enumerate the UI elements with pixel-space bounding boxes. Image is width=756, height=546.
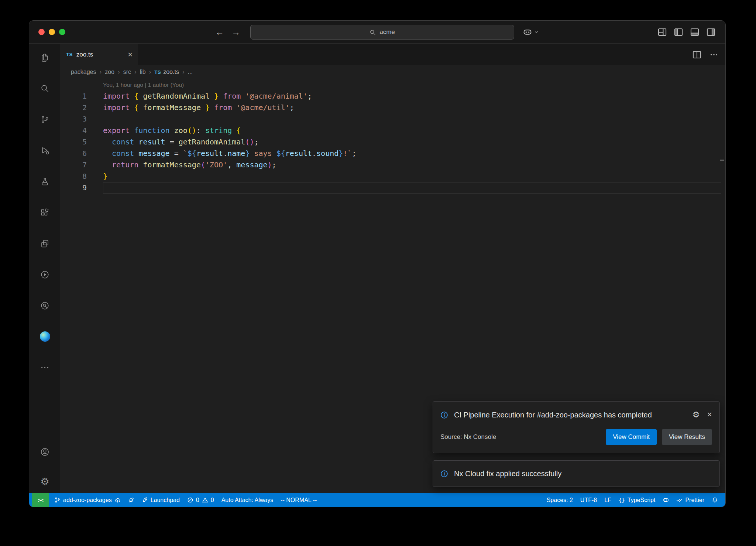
titlebar: ← → acme [29, 21, 725, 44]
line-number: 8 [61, 171, 87, 182]
info-icon [440, 470, 448, 478]
breadcrumb-separator-icon: › [182, 68, 185, 76]
remote-explorer-icon[interactable] [39, 238, 51, 249]
info-icon [440, 411, 448, 419]
status-eol-label: LF [604, 497, 611, 504]
problems-warning-triangle-icon [202, 497, 208, 503]
nx-console-icon[interactable] [39, 269, 51, 280]
manage-icon[interactable]: ⚙ [39, 476, 51, 487]
copilot-menu[interactable] [523, 21, 539, 43]
view-commit-button[interactable]: View Commit [606, 429, 657, 445]
code-line: 9 [61, 182, 725, 194]
git-branch-cloud-upload-icon [114, 497, 121, 503]
notification-header: Nx Cloud fix applied successfully [440, 461, 712, 487]
run-and-debug-icon[interactable] [39, 145, 51, 156]
notification-header: CI Pipeline Execution for #add-zoo-packa… [440, 402, 712, 423]
inspector-icon[interactable] [39, 300, 51, 311]
search-icon [370, 29, 376, 35]
notification-card: CI Pipeline Execution for #add-zoo-packa… [433, 401, 720, 453]
close-tab-icon[interactable]: × [128, 51, 133, 59]
status-launchpad-label: Launchpad [151, 497, 180, 504]
breadcrumb-separator-icon: › [149, 68, 151, 76]
status-auto-attach[interactable]: Auto Attach: Always [218, 493, 277, 507]
status-copilot-status[interactable] [659, 493, 673, 507]
line-number: 7 [61, 159, 87, 171]
workbench: ⚙ TS zoo.ts × packages›zoo›src›lib›TSzoo… [29, 44, 725, 493]
notification-settings-icon[interactable]: ⚙ [693, 411, 700, 419]
customize-layout-icon[interactable] [657, 27, 667, 37]
toggle-primary-sidebar-icon[interactable] [674, 27, 683, 37]
breadcrumb-separator-icon: › [134, 68, 137, 76]
breadcrumb-item-file[interactable]: TSzoo.ts [154, 69, 179, 75]
status-compare-changes[interactable] [124, 493, 138, 507]
notification-actions: ⚙× [693, 410, 712, 419]
source-control-icon[interactable] [39, 114, 51, 125]
line-number: 1 [61, 91, 87, 102]
status-git-branch-label: add-zoo-packages [63, 497, 112, 504]
notification-close-icon[interactable]: × [707, 410, 712, 419]
code-line: 1import { getRandomAnimal } from '@acme/… [61, 91, 725, 102]
tab-bar: TS zoo.ts × [61, 44, 725, 65]
zoom-window-button[interactable] [59, 29, 65, 35]
copilot-icon [523, 28, 532, 37]
split-editor-icon[interactable] [692, 50, 702, 59]
status-vim-mode-label: -- NORMAL -- [281, 497, 317, 504]
toggle-panel-icon[interactable] [690, 27, 700, 37]
back-icon[interactable]: ← [213, 25, 226, 39]
accounts-icon[interactable] [39, 446, 51, 457]
git-blame-annotation: You, 1 hour ago | 1 author (You) [103, 79, 725, 91]
command-center[interactable]: acme [250, 25, 514, 40]
tab-zoo-ts[interactable]: TS zoo.ts × [61, 44, 138, 65]
code-line-text: const result = getRandomAnimal(); [103, 136, 258, 148]
code-line: 4export function zoo(): string { [61, 125, 725, 136]
extensions-icon[interactable] [39, 207, 51, 218]
overview-ruler-marker [720, 160, 724, 161]
status-language-mode[interactable]: {}TypeScript [615, 493, 659, 507]
minimize-window-button[interactable] [49, 29, 55, 35]
testing-icon[interactable] [39, 176, 51, 187]
edge-tools-icon[interactable] [39, 331, 51, 342]
typescript-file-icon: TS [66, 52, 73, 57]
breadcrumb-item-src[interactable]: src [123, 69, 131, 75]
status-launchpad[interactable]: Launchpad [138, 493, 183, 507]
breadcrumb-item-lib[interactable]: lib [140, 69, 146, 75]
status-problems[interactable]: 00 [183, 493, 218, 507]
notification-source: Source: Nx Console [440, 433, 496, 441]
status-notifications-bell[interactable] [708, 493, 722, 507]
editor-actions [692, 44, 719, 65]
line-number: 4 [61, 125, 87, 136]
formatter-prettier-double-check-icon [676, 497, 683, 503]
additional-views-icon[interactable] [39, 362, 51, 373]
close-window-button[interactable] [38, 29, 45, 35]
forward-icon[interactable]: → [229, 25, 243, 39]
status-encoding[interactable]: UTF-8 [577, 493, 601, 507]
language-mode-braces-icon: {} [619, 497, 625, 503]
launchpad-rocket-icon [142, 497, 148, 503]
status-git-branch[interactable]: add-zoo-packages [51, 493, 124, 507]
line-number: 5 [61, 136, 87, 148]
toggle-secondary-sidebar-icon[interactable] [706, 27, 716, 37]
status-eol[interactable]: LF [601, 493, 615, 507]
breadcrumb-file-label: zoo.ts [163, 69, 179, 75]
breadcrumb-item-packages[interactable]: packages [71, 69, 96, 75]
status-vim-mode[interactable]: -- NORMAL -- [277, 493, 320, 507]
compare-changes-compare-icon [128, 497, 134, 503]
more-actions-icon[interactable] [709, 50, 719, 59]
notifications-bell-bell-icon [712, 497, 718, 503]
status-formatter-prettier[interactable]: Prettier [673, 493, 708, 507]
status-indentation[interactable]: Spaces: 2 [543, 493, 577, 507]
status-encoding-label: UTF-8 [580, 497, 597, 504]
view-results-button[interactable]: View Results [662, 429, 712, 445]
notification-message: Nx Cloud fix applied successfully [454, 467, 561, 481]
code-line: 2import { formatMessage } from '@acme/ut… [61, 102, 725, 113]
code-line: 6 const message = `${result.name} says $… [61, 148, 725, 159]
notification-card: Nx Cloud fix applied successfully [433, 460, 720, 487]
status-remote-indicator[interactable]: >< [32, 493, 49, 507]
breadcrumb-item-zoo[interactable]: zoo [105, 69, 114, 75]
copilot-status-copilot-icon [663, 497, 669, 503]
search-icon[interactable] [39, 83, 51, 94]
explorer-icon[interactable] [39, 52, 51, 63]
line-number: 6 [61, 148, 87, 159]
breadcrumb-item-more[interactable]: ... [188, 69, 193, 75]
status-problems-label: 0 [196, 497, 199, 504]
